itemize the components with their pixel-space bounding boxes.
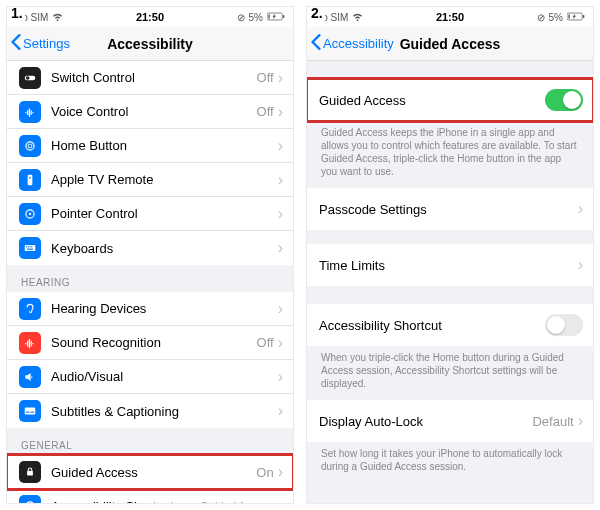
row-guided-access-toggle[interactable]: Guided Access xyxy=(307,79,593,121)
row-label: Subtitles & Captioning xyxy=(51,404,278,419)
row-time-limits[interactable]: Time Limits › xyxy=(307,244,593,286)
svg-rect-16 xyxy=(27,249,33,250)
svg-rect-11 xyxy=(25,245,36,251)
step-number: 2. xyxy=(309,6,325,21)
svg-rect-7 xyxy=(28,174,33,185)
chevron-right-icon: › xyxy=(278,464,283,480)
row-label: Accessibility Shortcut xyxy=(319,318,545,333)
step-number: 1. xyxy=(9,6,25,21)
row-switch-control[interactable]: Switch Control Off › xyxy=(7,61,293,95)
toggle-accessibility-shortcut[interactable] xyxy=(545,314,583,336)
svg-rect-12 xyxy=(26,246,27,247)
status-bar: No SIM 21:50 ⊘ 5% xyxy=(7,7,293,27)
svg-rect-15 xyxy=(31,246,32,247)
svg-point-5 xyxy=(26,141,34,149)
row-value: Guided Access xyxy=(200,500,273,503)
chevron-left-icon xyxy=(311,34,321,53)
pointer-control-icon xyxy=(19,203,41,225)
voice-control-icon xyxy=(19,101,41,123)
highlighted-guided-access: Guided Access On › xyxy=(7,455,293,489)
audio-visual-icon xyxy=(19,366,41,388)
panel-guided-access: 2. No SIM 21:50 ⊘ 5% Accessibility Guide… xyxy=(306,6,594,504)
row-home-button[interactable]: Home Button › xyxy=(7,129,293,163)
back-button[interactable]: Settings xyxy=(7,34,70,53)
clock: 21:50 xyxy=(363,11,536,23)
hearing-devices-icon xyxy=(19,298,41,320)
row-subtitles[interactable]: Subtitles & Captioning › xyxy=(7,394,293,428)
row-label: Hearing Devices xyxy=(51,301,278,316)
row-value: Off xyxy=(257,104,274,119)
row-label: Guided Access xyxy=(319,93,545,108)
row-keyboards[interactable]: Keyboards › xyxy=(7,231,293,265)
row-display-auto-lock[interactable]: Display Auto-Lock Default › xyxy=(307,400,593,442)
svg-rect-6 xyxy=(28,144,32,148)
row-guided-access[interactable]: Guided Access On › xyxy=(7,455,293,489)
svg-point-4 xyxy=(26,76,30,80)
chevron-right-icon: › xyxy=(578,413,583,429)
chevron-left-icon xyxy=(11,34,21,53)
svg-rect-25 xyxy=(568,14,569,18)
back-label: Accessibility xyxy=(323,36,394,51)
wifi-icon xyxy=(52,11,63,24)
battery-icon xyxy=(567,12,585,23)
home-button-icon xyxy=(19,135,41,157)
chevron-right-icon: › xyxy=(278,301,283,317)
svg-rect-14 xyxy=(29,246,30,247)
row-value: Off xyxy=(257,70,274,85)
back-label: Settings xyxy=(23,36,70,51)
battery-text: 5% xyxy=(549,12,563,23)
clock: 21:50 xyxy=(63,11,236,23)
guided-access-icon xyxy=(19,461,41,483)
footer-text: When you triple-click the Home button du… xyxy=(307,346,593,400)
row-hearing-devices[interactable]: Hearing Devices › xyxy=(7,292,293,326)
alarm-icon: ⊘ xyxy=(537,12,545,23)
row-accessibility-shortcut-toggle[interactable]: Accessibility Shortcut xyxy=(307,304,593,346)
wifi-icon xyxy=(352,11,363,24)
alarm-icon: ⊘ xyxy=(237,12,245,23)
chevron-right-icon: › xyxy=(278,172,283,188)
svg-point-8 xyxy=(29,176,31,178)
row-label: Switch Control xyxy=(51,70,257,85)
row-label: Display Auto-Lock xyxy=(319,414,532,429)
svg-rect-1 xyxy=(283,15,284,18)
chevron-right-icon: › xyxy=(278,369,283,385)
row-label: Passcode Settings xyxy=(319,202,578,217)
section-header-general: GENERAL xyxy=(7,428,293,455)
content-scroll[interactable]: Guided Access Guided Access keeps the iP… xyxy=(307,61,593,503)
chevron-right-icon: › xyxy=(278,206,283,222)
row-label: Voice Control xyxy=(51,104,257,119)
row-label: Sound Recognition xyxy=(51,335,257,350)
row-accessibility-shortcut[interactable]: Accessibility Shortcut Guided Access › xyxy=(7,489,293,503)
footer-text: Set how long it takes your iPhone to aut… xyxy=(307,442,593,483)
svg-rect-2 xyxy=(268,14,269,18)
svg-rect-18 xyxy=(26,412,30,413)
battery-text: 5% xyxy=(249,12,263,23)
accessibility-shortcut-icon xyxy=(19,495,41,503)
row-value: Off xyxy=(257,335,274,350)
switch-control-icon xyxy=(19,67,41,89)
content-scroll[interactable]: Switch Control Off › Voice Control Off ›… xyxy=(7,61,293,503)
row-audio-visual[interactable]: Audio/Visual › xyxy=(7,360,293,394)
row-sound-recognition[interactable]: Sound Recognition Off › xyxy=(7,326,293,360)
svg-point-10 xyxy=(29,212,31,214)
row-label: Time Limits xyxy=(319,258,578,273)
row-label: Pointer Control xyxy=(51,206,278,221)
chevron-right-icon: › xyxy=(278,104,283,120)
panel-accessibility: 1. No SIM 21:50 ⊘ 5% Settings Accessibil… xyxy=(6,6,294,504)
nav-bar: Accessibility Guided Access xyxy=(307,27,593,61)
row-passcode-settings[interactable]: Passcode Settings › xyxy=(307,188,593,230)
svg-rect-24 xyxy=(583,15,584,18)
row-apple-tv-remote[interactable]: Apple TV Remote › xyxy=(7,163,293,197)
subtitles-icon xyxy=(19,400,41,422)
battery-icon xyxy=(267,12,285,23)
back-button[interactable]: Accessibility xyxy=(307,34,394,53)
svg-rect-19 xyxy=(31,412,34,413)
apple-tv-remote-icon xyxy=(19,169,41,191)
row-label: Keyboards xyxy=(51,241,278,256)
toggle-guided-access[interactable] xyxy=(545,89,583,111)
chevron-right-icon: › xyxy=(578,257,583,273)
row-voice-control[interactable]: Voice Control Off › xyxy=(7,95,293,129)
section-header-hearing: HEARING xyxy=(7,265,293,292)
row-pointer-control[interactable]: Pointer Control › xyxy=(7,197,293,231)
chevron-right-icon: › xyxy=(278,70,283,86)
